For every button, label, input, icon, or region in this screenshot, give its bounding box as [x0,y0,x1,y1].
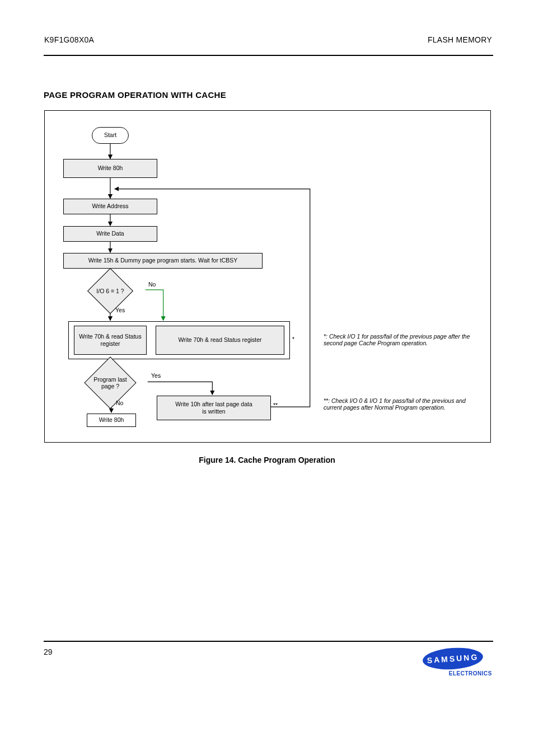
header-rule [44,55,493,56]
process-write-15h-wait: Write 15h & Dummy page program starts. W… [63,253,263,269]
process-write-70h-right-label: Write 70h & read Status register [178,336,261,344]
process-write-70h-left-label: Write 70h & read Status register [74,333,146,348]
edge-label-last-no: No [116,400,123,406]
terminator-start-label: Start [104,132,116,139]
process-write-80h-end-label: Write 80h [99,416,124,424]
figure-caption: Figure 14. Cache Program Operation [44,456,490,464]
process-write-data: Write Data [63,226,157,242]
process-write-data-label: Write Data [96,230,124,237]
process-write-address-label: Write Address [92,203,128,210]
footnote-double-star: **: Check I/O 0 & I/O 1 for pass/fail of… [324,397,484,411]
footer-rule [44,641,493,642]
edge-label-io6-no: No [148,281,156,288]
header-left: K9F1G08X0A [44,35,94,44]
brand-logo-text: SAMSUNG [427,652,479,665]
process-write-80h: Write 80h [63,159,157,178]
decision-last-page-label: Program last page ? [73,369,148,396]
decision-io6-label: I/O 6 = 1 ? [75,279,146,303]
process-write-10h: Write 10h after last page data is writte… [157,396,271,420]
process-write-70h-right: Write 70h & read Status register [156,326,284,355]
page-number: 29 [44,647,53,656]
terminator-start: Start [92,127,129,144]
asterisk-single: * [292,336,294,342]
brand-logo-sub: ELECTRONICS [449,670,492,677]
asterisk-double: ** [273,402,278,408]
edge-label-io6-yes: Yes [115,307,125,313]
section-title: PAGE PROGRAM OPERATION WITH CACHE [44,90,226,100]
flowchart-container: Start Write 80h Write Address Write Data… [44,110,491,443]
process-write-80h-label: Write 80h [98,165,123,172]
brand-logo: SAMSUNG ELECTRONICS [414,648,492,682]
process-write-address: Write Address [63,199,157,214]
process-write-10h-label: Write 10h after last page data is writte… [175,401,252,415]
footnote-star: *: Check I/O 1 for pass/fail of the prev… [324,333,484,346]
edge-label-last-yes: Yes [151,372,161,379]
decision-last-page: Program last page ? [73,369,148,396]
process-write-80h-end: Write 80h [87,414,136,427]
decision-io6: I/O 6 = 1 ? [75,279,146,303]
process-write-70h-left: Write 70h & read Status register [74,326,147,355]
process-write-15h-wait-label: Write 15h & Dummy page program starts. W… [88,257,238,264]
header-right: FLASH MEMORY [428,35,492,44]
